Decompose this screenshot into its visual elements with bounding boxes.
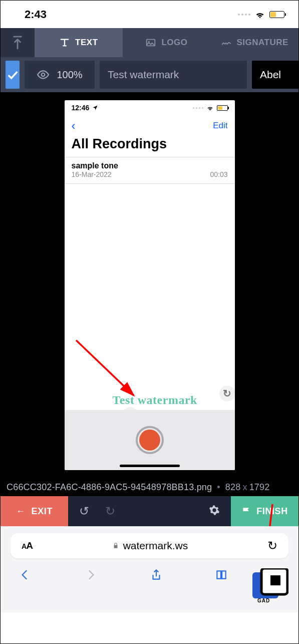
reload-button[interactable]: ↻ [267, 539, 277, 553]
record-button [136, 426, 164, 454]
tab-signature-label: SIGNATURE [237, 38, 288, 48]
inner-back-button: ‹ [72, 119, 76, 133]
opacity-value: 100% [57, 69, 82, 81]
tab-logo[interactable]: LOGO [123, 28, 211, 57]
inner-record-area [65, 410, 235, 470]
file-height: 1792 [249, 482, 270, 493]
watermark-overlay[interactable]: Test watermark [113, 393, 197, 407]
svg-rect-7 [270, 575, 280, 585]
inner-cell-dots [193, 107, 203, 109]
address-bar[interactable]: AA watermark.ws ↻ [11, 533, 288, 558]
share-button[interactable] [150, 568, 163, 583]
svg-point-2 [42, 73, 45, 77]
file-info-bar: C66CC302-FA6C-4886-9AC5-94548978BB13.png… [1, 478, 298, 496]
recording-name: sample tone [72, 161, 118, 170]
target-image[interactable]: 12:46 ‹ Edit All Recordings [65, 100, 235, 470]
nav-forward-button[interactable] [84, 568, 97, 583]
home-indicator [120, 465, 180, 467]
tab-text-label: TEXT [75, 38, 98, 48]
inner-battery-icon [217, 105, 228, 111]
dimension-x: x [242, 482, 247, 493]
apply-check-button[interactable] [6, 61, 20, 89]
recording-row: sample tone 16-Mar-2022 00:03 [65, 157, 235, 183]
recording-duration: 00:03 [210, 170, 227, 178]
tab-text[interactable]: TEXT [35, 28, 123, 57]
text-size-button[interactable]: AA [22, 540, 33, 551]
cell-signal-dots [238, 14, 250, 16]
file-width: 828 [225, 482, 241, 493]
safari-chrome: AA watermark.ws ↻ GAD [1, 526, 298, 612]
exit-label: EXIT [32, 506, 53, 517]
watermark-rotate-handle[interactable]: ↻ [220, 386, 235, 401]
lock-icon [112, 542, 119, 549]
arrow-left-icon: ← [16, 506, 26, 517]
finish-button[interactable]: FINISH [231, 496, 298, 526]
action-bar: ← EXIT ↺ ↻ FINISH [1, 496, 298, 526]
brand-logo: GAD [248, 568, 288, 603]
inner-edit-button: Edit [213, 121, 227, 131]
svg-text:GAD: GAD [257, 598, 270, 603]
inner-status-bar: 12:46 [65, 100, 235, 115]
tab-signature[interactable]: SIGNATURE [210, 28, 298, 57]
inner-title: All Recordings [65, 136, 235, 157]
recording-date: 16-Mar-2022 [72, 170, 112, 178]
device-status-bar: 2:43 [1, 1, 298, 28]
inner-time: 12:46 [72, 104, 90, 112]
watermark-tabs: TEXT LOGO SIGNATURE [1, 28, 298, 57]
nav-back-button[interactable] [19, 568, 32, 583]
watermark-text-input[interactable] [100, 61, 247, 89]
battery-icon [269, 11, 284, 18]
undo-button[interactable]: ↺ [79, 504, 89, 518]
editor-canvas[interactable]: 12:46 ‹ Edit All Recordings [1, 92, 298, 478]
flag-icon [241, 506, 251, 516]
font-select[interactable]: Abel [252, 61, 299, 89]
page-url[interactable]: watermark.ws [112, 540, 188, 552]
exit-button[interactable]: ← EXIT [1, 496, 68, 526]
tab-logo-label: LOGO [161, 38, 187, 48]
settings-button[interactable] [209, 505, 220, 518]
redo-button[interactable]: ↻ [105, 504, 115, 518]
inner-wifi-icon [206, 104, 214, 112]
location-icon [92, 105, 98, 111]
text-controls: 100% Abel [1, 57, 298, 92]
divider [65, 183, 235, 184]
font-name: Abel [260, 69, 281, 81]
file-name: C66CC302-FA6C-4886-9AC5-94548978BB13.png [7, 482, 212, 493]
opacity-control[interactable]: 100% [25, 61, 95, 89]
wifi-icon [254, 9, 265, 20]
finish-label: FINISH [256, 506, 288, 517]
device-time: 2:43 [25, 8, 47, 21]
back-button[interactable] [1, 28, 35, 57]
bookmarks-button[interactable] [215, 568, 228, 583]
eye-icon [37, 68, 50, 81]
